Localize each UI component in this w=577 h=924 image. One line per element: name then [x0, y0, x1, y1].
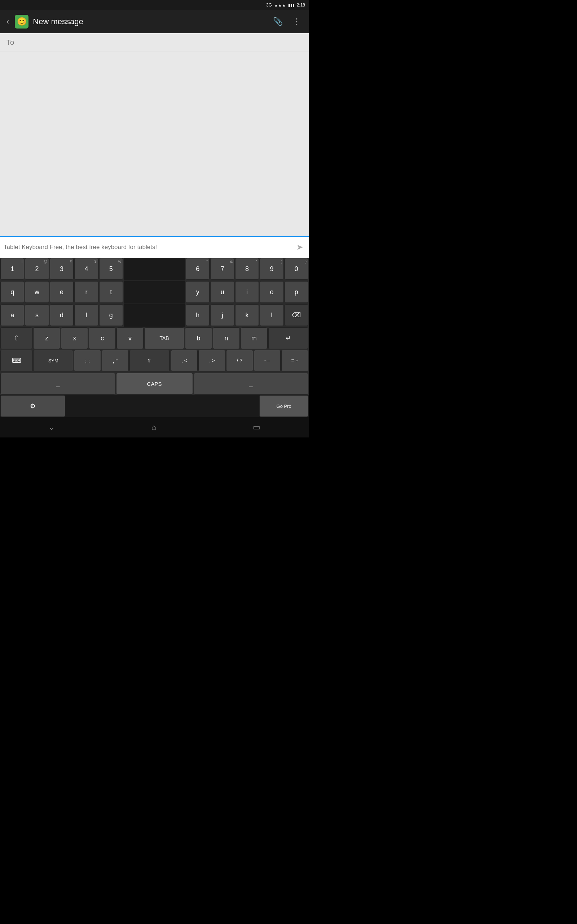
keyboard-bottom-spacer [66, 395, 259, 417]
status-bar: 3G ▲▲▲ ▮▮▮ 2:18 [0, 0, 309, 10]
key-1[interactable]: 1! [0, 258, 24, 280]
keyboard-gap-row2 [124, 304, 185, 327]
space-left-key[interactable]: ⎯ [0, 373, 115, 394]
key-dash[interactable]: - – [254, 350, 281, 372]
key-o[interactable]: o [259, 281, 284, 303]
space-right-key[interactable]: ⎯ [193, 373, 309, 394]
key-z[interactable]: z [33, 327, 60, 349]
number-row: 1! 2@ 3# 4$ 5% 6^ 7& 8* 9( 0) [0, 258, 309, 281]
key-b[interactable]: b [185, 327, 212, 349]
key-c[interactable]: c [89, 327, 116, 349]
back-button[interactable]: ‹ [5, 16, 10, 28]
signal-icon: ▲▲▲ [274, 3, 286, 7]
key-h[interactable]: h [186, 304, 210, 326]
sym-row4: ⌨ SYM ; : , " ⇧ , < . > / ? - – = + [0, 349, 309, 373]
to-field-container [0, 33, 309, 52]
key-v[interactable]: v [116, 327, 143, 349]
keyboard: 1! 2@ 3# 4$ 5% 6^ 7& 8* 9( 0) q w e r t … [0, 258, 309, 417]
key-lt-comma[interactable]: , < [171, 350, 198, 372]
qwerty-row1: q w e r t y u i o p [0, 281, 309, 304]
key-y[interactable]: y [186, 281, 210, 303]
to-input[interactable] [6, 38, 302, 47]
key-f[interactable]: f [74, 304, 98, 326]
bottom-nav: ⌄ ⌂ ▭ [0, 417, 309, 438]
keyboard-gap-row1 [124, 281, 185, 304]
shift-key-2[interactable]: ⇧ [129, 350, 169, 372]
key-e[interactable]: e [50, 281, 74, 303]
app-bar: ‹ 😊 New message 📎 ⋮ [0, 10, 309, 33]
space-row5: ⎯ CAPS ⎯ [0, 373, 309, 395]
keyboard-settings-key[interactable]: ⚙ [0, 395, 65, 417]
key-comma[interactable]: , " [102, 350, 129, 372]
nav-back-button[interactable]: ⌄ [41, 420, 62, 435]
app-icon: 😊 [15, 15, 29, 29]
key-d[interactable]: d [50, 304, 74, 326]
key-u[interactable]: u [210, 281, 234, 303]
message-area [0, 52, 309, 236]
enter-key[interactable]: ↵ [268, 327, 308, 349]
sym-key[interactable]: SYM [33, 350, 73, 372]
clock: 2:18 [297, 3, 305, 8]
key-t[interactable]: t [99, 281, 123, 303]
send-button[interactable]: ➤ [294, 241, 305, 254]
key-equals[interactable]: = + [281, 350, 308, 372]
go-pro-key[interactable]: Go Pro [259, 395, 308, 417]
shift-key[interactable]: ⇧ [0, 327, 32, 349]
keyboard-toggle-key[interactable]: ⌨ [0, 350, 32, 372]
key-n[interactable]: n [213, 327, 240, 349]
key-q[interactable]: q [0, 281, 24, 303]
attach-button[interactable]: 📎 [270, 14, 285, 29]
key-s[interactable]: s [25, 304, 49, 326]
battery-icon: ▮▮▮ [288, 3, 295, 8]
backspace-key[interactable]: ⌫ [285, 304, 308, 326]
key-8[interactable]: 8* [235, 258, 259, 280]
zxcv-row3: ⇧ z x c v TAB b n m ↵ [0, 327, 309, 349]
nav-home-button[interactable]: ⌂ [144, 420, 163, 435]
overflow-menu-button[interactable]: ⋮ [290, 14, 304, 29]
key-3[interactable]: 3# [50, 258, 74, 280]
compose-input[interactable] [3, 244, 294, 251]
key-4[interactable]: 4$ [74, 258, 98, 280]
app-title: New message [33, 17, 266, 26]
key-6[interactable]: 6^ [186, 258, 210, 280]
key-7[interactable]: 7& [210, 258, 234, 280]
asdf-row2: a s d f g h j k l ⌫ [0, 304, 309, 327]
key-w[interactable]: w [25, 281, 49, 303]
key-l[interactable]: l [259, 304, 284, 326]
keyboard-gap-num [124, 258, 185, 281]
key-i[interactable]: i [235, 281, 259, 303]
key-2[interactable]: 2@ [25, 258, 49, 280]
key-j[interactable]: j [210, 304, 234, 326]
key-gt-period[interactable]: . > [198, 350, 226, 372]
key-0[interactable]: 0) [285, 258, 308, 280]
key-g[interactable]: g [99, 304, 123, 326]
key-slash[interactable]: / ? [226, 350, 253, 372]
key-r[interactable]: r [74, 281, 98, 303]
tab-key[interactable]: TAB [144, 327, 184, 349]
key-a[interactable]: a [0, 304, 24, 326]
key-m[interactable]: m [240, 327, 268, 349]
compose-bar: ➤ [0, 236, 309, 258]
key-semicolon[interactable]: ; : [74, 350, 101, 372]
key-p[interactable]: p [285, 281, 308, 303]
keyboard-bottom-row: ⚙ Go Pro [0, 395, 309, 417]
caps-key[interactable]: CAPS [116, 373, 193, 394]
key-5[interactable]: 5% [99, 258, 123, 280]
nav-recent-button[interactable]: ▭ [246, 420, 268, 435]
network-indicator: 3G [266, 3, 272, 8]
key-k[interactable]: k [235, 304, 259, 326]
key-9[interactable]: 9( [259, 258, 284, 280]
key-x[interactable]: x [61, 327, 88, 349]
